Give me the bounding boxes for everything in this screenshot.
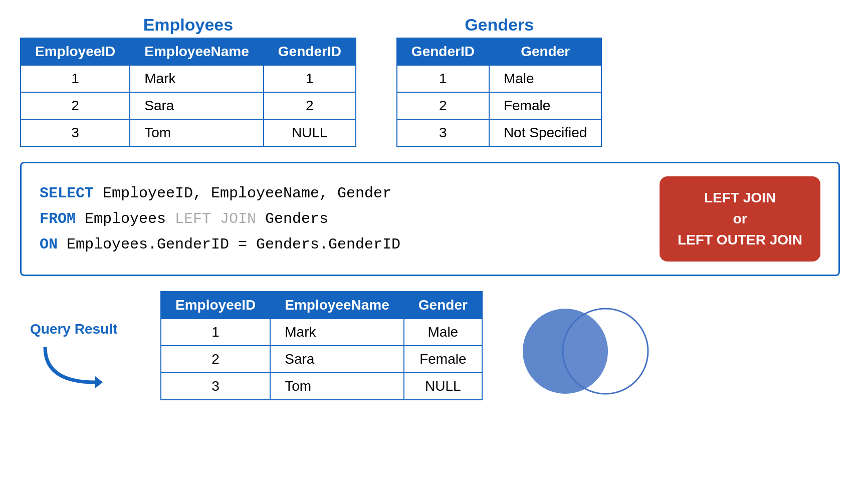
table-cell: Female [404, 346, 482, 373]
join-badge: LEFT JOIN or LEFT OUTER JOIN [660, 176, 820, 262]
result-table: EmployeeID EmployeeName Gender 1MarkMale… [160, 291, 483, 400]
arrow-label-wrapper: Query Result [30, 291, 130, 402]
join-keyword-inline: LEFT JOIN [175, 210, 256, 227]
sql-section: SELECT EmployeeID, EmployeeName, Gender … [20, 162, 840, 276]
table-row: 2Female [397, 92, 602, 119]
sql-select-line: SELECT EmployeeID, EmployeeName, Gender [40, 181, 400, 206]
table-cell: Sara [270, 346, 404, 373]
table-cell: 3 [21, 119, 130, 146]
table-row: 1Mark1 [21, 65, 356, 92]
from-keyword: FROM [40, 210, 76, 227]
table-cell: Not Specified [489, 119, 602, 146]
svg-marker-0 [95, 376, 103, 388]
table-cell: Sara [130, 92, 264, 119]
table-cell: NULL [264, 119, 356, 146]
table-row: 3TomNULL [161, 373, 482, 400]
on-keyword: ON [40, 236, 58, 253]
table-cell: NULL [404, 373, 482, 400]
result-header-row: EmployeeID EmployeeName Gender [161, 292, 482, 319]
result-col-name: EmployeeName [270, 292, 404, 319]
employees-col-id: EmployeeID [21, 38, 130, 65]
employees-header-row: EmployeeID EmployeeName GenderID [21, 38, 356, 65]
table-row: 1MarkMale [161, 319, 482, 346]
table-cell: 2 [397, 92, 489, 119]
table-cell: Mark [270, 319, 404, 346]
genders-header-row: GenderID Gender [397, 38, 602, 65]
select-keyword: SELECT [40, 185, 94, 202]
on-condition: Employees.GenderID = Genders.GenderID [58, 236, 400, 253]
venn-diagram-wrapper [513, 291, 653, 401]
employees-col-genderid: GenderID [264, 38, 356, 65]
table-cell: 1 [397, 65, 489, 92]
from-table2: Genders [256, 210, 328, 227]
result-section: Query Result EmployeeID EmployeeName Gen… [20, 291, 840, 402]
table-cell: Tom [130, 119, 264, 146]
query-result-label: Query Result [30, 321, 117, 337]
sql-on-line: ON Employees.GenderID = Genders.GenderID [40, 232, 400, 258]
top-tables-section: Employees EmployeeID EmployeeName Gender… [20, 15, 840, 147]
table-cell: 3 [397, 119, 489, 146]
query-result-arrow [30, 342, 130, 402]
table-cell: 2 [21, 92, 130, 119]
from-table: Employees [76, 210, 175, 227]
join-badge-line3: LEFT OUTER JOIN [678, 229, 802, 250]
table-cell: Female [489, 92, 602, 119]
table-cell: 2 [264, 92, 356, 119]
venn-diagram [513, 301, 653, 401]
employees-table: EmployeeID EmployeeName GenderID 1Mark12… [20, 38, 356, 147]
table-row: 3TomNULL [21, 119, 356, 146]
table-cell: Tom [270, 373, 404, 400]
select-columns: EmployeeID, EmployeeName, Gender [94, 185, 391, 202]
result-col-id: EmployeeID [161, 292, 270, 319]
table-cell: 3 [161, 373, 270, 400]
sql-code-block: SELECT EmployeeID, EmployeeName, Gender … [40, 181, 400, 258]
genders-title: Genders [465, 15, 534, 35]
table-cell: Mark [130, 65, 264, 92]
genders-col-gender: Gender [489, 38, 602, 65]
employees-col-name: EmployeeName [130, 38, 264, 65]
table-row: 3Not Specified [397, 119, 602, 146]
table-cell: Male [489, 65, 602, 92]
table-row: 2Sara2 [21, 92, 356, 119]
genders-col-id: GenderID [397, 38, 489, 65]
table-cell: Male [404, 319, 482, 346]
genders-table: GenderID Gender 1Male2Female3Not Specifi… [396, 38, 602, 147]
table-cell: 1 [161, 319, 270, 346]
join-badge-line2: or [678, 208, 802, 229]
table-row: 2SaraFemale [161, 346, 482, 373]
table-row: 1Male [397, 65, 602, 92]
join-badge-line1: LEFT JOIN [678, 187, 802, 208]
employees-title: Employees [143, 15, 234, 35]
employees-table-wrapper: Employees EmployeeID EmployeeName Gender… [20, 15, 356, 147]
table-cell: 1 [21, 65, 130, 92]
result-col-gender: Gender [404, 292, 482, 319]
sql-from-line: FROM Employees LEFT JOIN Genders [40, 206, 400, 232]
table-cell: 1 [264, 65, 356, 92]
genders-table-wrapper: Genders GenderID Gender 1Male2Female3Not… [396, 15, 602, 147]
table-cell: 2 [161, 346, 270, 373]
result-table-wrapper: EmployeeID EmployeeName Gender 1MarkMale… [160, 291, 483, 400]
